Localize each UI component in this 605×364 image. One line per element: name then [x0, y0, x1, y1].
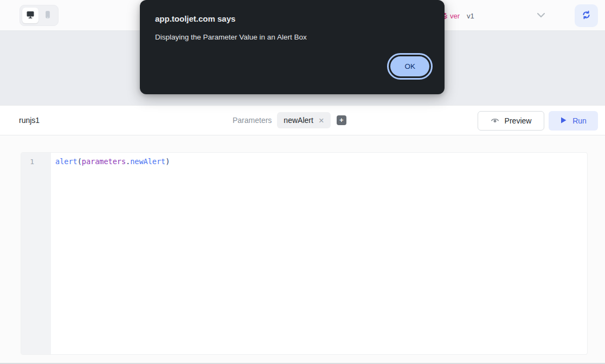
parameters-label: Parameters [233, 116, 272, 125]
parameter-chip[interactable]: newAlert × [277, 112, 330, 128]
plus-icon: + [339, 116, 344, 125]
version-selector[interactable]: v1 [467, 12, 474, 20]
line-number: 1 [21, 157, 51, 167]
query-name[interactable]: runjs1 [19, 116, 40, 125]
code-line: alert(parameters.newAlert) [55, 157, 587, 167]
desktop-view-button[interactable] [22, 8, 38, 23]
line-number-gutter: 1 [21, 153, 51, 354]
code-token-parameters: parameters [82, 157, 126, 166]
code-token-dot: . [126, 157, 130, 166]
play-icon [560, 116, 567, 126]
version-label: ver [450, 12, 460, 20]
dialog-footer: OK [155, 53, 433, 80]
code-token-open-paren: ( [78, 157, 82, 166]
desktop-icon [26, 10, 35, 21]
run-button[interactable]: Run [549, 111, 598, 131]
eye-icon [491, 116, 499, 126]
preview-button-label: Preview [505, 116, 532, 125]
code-token-function: alert [55, 157, 78, 166]
dialog-message: Displaying the Parameter Value in an Ale… [155, 33, 433, 42]
mobile-view-button[interactable] [40, 8, 56, 23]
query-panel-header: runjs1 Parameters newAlert × + Preview [0, 105, 605, 135]
code-token-close-paren: ) [165, 157, 170, 166]
refresh-icon [582, 10, 591, 21]
chevron-down-icon[interactable] [535, 11, 548, 20]
mobile-icon [43, 10, 52, 21]
parameter-chip-label: newAlert [284, 116, 313, 125]
run-button-label: Run [572, 116, 587, 125]
refresh-button[interactable] [575, 4, 598, 27]
preview-button[interactable]: Preview [478, 111, 544, 131]
code-token-newalert: newAlert [130, 157, 165, 166]
ok-button-label: OK [390, 56, 429, 76]
query-editor-workspace: 1 alert(parameters.newAlert) [0, 135, 605, 364]
tooljet-app-editor-screen: ver v1 runjs1 Parameters ne [0, 0, 605, 364]
device-toggle [20, 5, 59, 26]
code-area[interactable]: alert(parameters.newAlert) [51, 153, 587, 354]
browser-alert-dialog: app.tooljet.com says Displaying the Para… [140, 0, 445, 94]
ok-button[interactable]: OK [387, 53, 433, 80]
dialog-title: app.tooljet.com says [155, 14, 433, 24]
remove-parameter-icon[interactable]: × [319, 116, 324, 125]
code-editor[interactable]: 1 alert(parameters.newAlert) [21, 152, 588, 355]
add-parameter-button[interactable]: + [337, 115, 346, 125]
parameters-group: Parameters newAlert × + [233, 106, 346, 135]
